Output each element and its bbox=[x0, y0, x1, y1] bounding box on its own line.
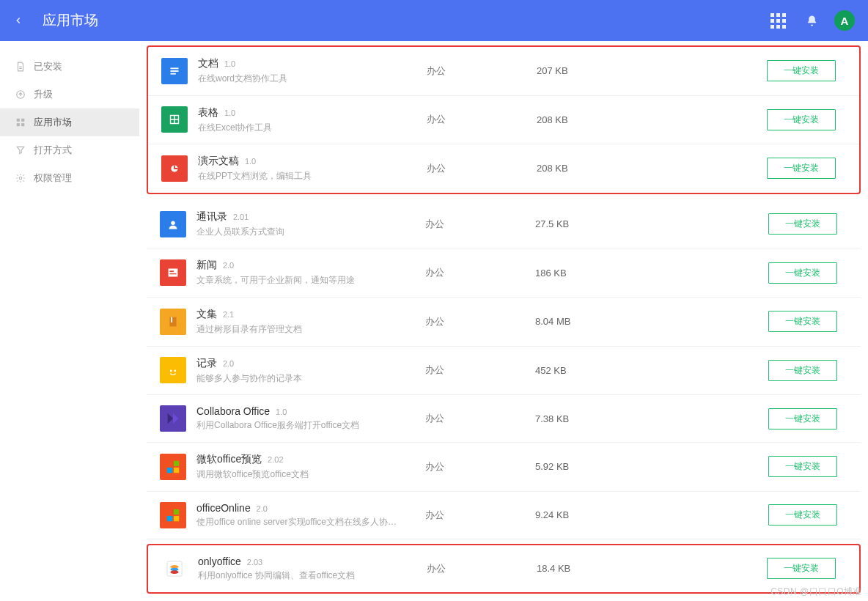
svg-rect-4 bbox=[21, 123, 24, 126]
app-version: 1.0 bbox=[224, 59, 235, 68]
sidebar-item-permissions[interactable]: 权限管理 bbox=[0, 164, 139, 192]
apps-icon[interactable] bbox=[767, 10, 789, 32]
app-row: 微软office预览 2.02 调用微软office预览office文档 办公 … bbox=[147, 443, 861, 492]
app-size: 208 KB bbox=[537, 114, 639, 125]
install-button[interactable]: 一键安装 bbox=[767, 158, 836, 179]
app-info: onlyoffice 2.03 利用onlyoffice 协同编辑、查看offi… bbox=[192, 556, 427, 582]
app-name: 通讯录 bbox=[196, 210, 227, 222]
app-row: 新闻 2.0 文章系统，可用于企业新闻，通知等用途 办公 186 KB 一键安装 bbox=[147, 248, 861, 298]
app-size: 208 KB bbox=[537, 163, 639, 174]
sidebar-item-label: 打开方式 bbox=[34, 144, 72, 157]
highlight-group-onlyoffice: onlyoffice 2.03 利用onlyoffice 协同编辑、查看offi… bbox=[147, 544, 861, 594]
app-size: 186 KB bbox=[535, 268, 638, 279]
sidebar-item-upgrade[interactable]: 升级 bbox=[0, 81, 139, 108]
app-size: 207 KB bbox=[537, 65, 639, 76]
install-button[interactable]: 一键安装 bbox=[768, 360, 837, 381]
app-row: 文档 1.0 在线word文档协作工具 办公 207 KB 一键安装 bbox=[148, 47, 859, 96]
install-button[interactable]: 一键安装 bbox=[767, 558, 836, 579]
back-icon[interactable] bbox=[13, 11, 23, 30]
svg-point-23 bbox=[170, 370, 172, 372]
sidebar-item-label: 升级 bbox=[34, 88, 53, 101]
app-name: 表格 bbox=[198, 106, 218, 118]
app-info: 演示文稿 1.0 在线PPT文档浏览，编辑工具 bbox=[192, 155, 427, 182]
app-info: 表格 1.0 在线Excel协作工具 bbox=[192, 106, 427, 134]
avatar[interactable]: A bbox=[834, 10, 855, 31]
app-icon bbox=[155, 309, 191, 335]
app-icon bbox=[155, 502, 191, 528]
app-list: 文档 1.0 在线word文档协作工具 办公 207 KB 一键安装 表格 1.… bbox=[139, 41, 868, 601]
app-desc: 使用office online server实现office文档在线多人协… bbox=[196, 517, 425, 528]
install-button[interactable]: 一键安装 bbox=[768, 456, 837, 477]
app-category: 办公 bbox=[425, 364, 535, 377]
install-button[interactable]: 一键安装 bbox=[768, 213, 837, 235]
app-info: 文档 1.0 在线word文档协作工具 bbox=[192, 57, 427, 85]
app-size: 5.92 KB bbox=[535, 461, 638, 472]
app-version: 2.01 bbox=[233, 213, 249, 221]
bell-icon[interactable] bbox=[801, 10, 823, 32]
app-row: 表格 1.0 在线Excel协作工具 办公 208 KB 一键安装 bbox=[148, 96, 859, 145]
app-desc: 利用onlyoffice 协同编辑、查看office文档 bbox=[198, 570, 427, 582]
app-category: 办公 bbox=[427, 562, 537, 575]
app-icon bbox=[157, 106, 192, 133]
highlight-group-top: 文档 1.0 在线word文档协作工具 办公 207 KB 一键安装 表格 1.… bbox=[147, 45, 861, 194]
sidebar-item-market[interactable]: 应用市场 bbox=[0, 108, 139, 136]
app-info: Collabora Office 1.0 利用Collabora Office服… bbox=[191, 405, 425, 432]
app-desc: 在线word文档协作工具 bbox=[198, 73, 427, 85]
svg-rect-8 bbox=[171, 70, 179, 72]
app-desc: 通过树形目录有序管理文档 bbox=[196, 324, 425, 336]
app-category: 办公 bbox=[425, 218, 535, 231]
install-button[interactable]: 一键安装 bbox=[767, 60, 836, 81]
install-button[interactable]: 一键安装 bbox=[768, 408, 837, 429]
app-row: onlyoffice 2.03 利用onlyoffice 协同编辑、查看offi… bbox=[148, 545, 859, 592]
app-icon bbox=[157, 58, 192, 84]
app-name: 演示文稿 bbox=[198, 155, 239, 166]
install-button[interactable]: 一键安装 bbox=[767, 109, 836, 130]
sidebar-item-label: 应用市场 bbox=[34, 116, 72, 129]
svg-rect-32 bbox=[174, 509, 179, 515]
app-desc: 调用微软office预览office文档 bbox=[196, 469, 425, 481]
svg-point-14 bbox=[171, 221, 175, 225]
app-row: 演示文稿 1.0 在线PPT文档浏览，编辑工具 办公 208 KB 一键安装 bbox=[148, 144, 859, 193]
doc-icon bbox=[15, 62, 26, 72]
app-icon bbox=[157, 155, 192, 182]
app-row: 记录 2.0 能够多人参与协作的记录本 办公 452 KB 一键安装 bbox=[147, 347, 861, 396]
svg-rect-17 bbox=[169, 270, 174, 272]
svg-rect-16 bbox=[169, 269, 178, 277]
install-button[interactable]: 一键安装 bbox=[768, 262, 837, 284]
app-row: 通讯录 2.01 企业人员联系方式查询 办公 27.5 KB 一键安装 bbox=[147, 200, 861, 249]
app-version: 2.02 bbox=[268, 455, 283, 464]
app-category: 办公 bbox=[425, 460, 535, 473]
install-button[interactable]: 一键安装 bbox=[768, 504, 837, 526]
app-info: 新闻 2.0 文章系统，可用于企业新闻，通知等用途 bbox=[191, 259, 425, 287]
app-name: Collabora Office bbox=[196, 405, 270, 417]
app-desc: 能够多人参与协作的记录本 bbox=[196, 373, 425, 385]
header: 应用市场 A bbox=[0, 0, 868, 41]
app-version: 1.0 bbox=[276, 408, 287, 416]
sidebar-item-openwith[interactable]: 打开方式 bbox=[0, 136, 139, 164]
upgrade-icon bbox=[15, 89, 26, 100]
install-button[interactable]: 一键安装 bbox=[768, 311, 837, 332]
app-icon bbox=[155, 259, 191, 286]
app-size: 452 KB bbox=[535, 365, 638, 376]
sidebar: 已安装 升级 应用市场 打开方式 权限管理 bbox=[0, 41, 139, 601]
app-size: 9.24 KB bbox=[535, 509, 638, 520]
app-version: 2.0 bbox=[257, 504, 268, 513]
svg-rect-28 bbox=[174, 461, 179, 466]
app-category: 办公 bbox=[425, 315, 535, 328]
app-category: 办公 bbox=[425, 412, 535, 425]
app-version: 2.03 bbox=[247, 558, 262, 567]
app-category: 办公 bbox=[427, 113, 537, 126]
app-info: 文集 2.1 通过树形目录有序管理文档 bbox=[191, 308, 425, 336]
app-icon bbox=[155, 405, 191, 432]
svg-rect-33 bbox=[167, 516, 172, 521]
gear-icon bbox=[15, 173, 26, 183]
app-category: 办公 bbox=[427, 162, 537, 175]
svg-rect-21 bbox=[171, 317, 172, 322]
app-category: 办公 bbox=[427, 64, 537, 78]
svg-rect-7 bbox=[171, 67, 179, 69]
app-row: Collabora Office 1.0 利用Collabora Office服… bbox=[147, 395, 861, 443]
app-info: 微软office预览 2.02 调用微软office预览office文档 bbox=[191, 453, 425, 481]
app-row: officeOnline 2.0 使用office online server实… bbox=[147, 492, 861, 539]
svg-rect-31 bbox=[167, 509, 172, 515]
sidebar-item-installed[interactable]: 已安装 bbox=[0, 53, 139, 81]
